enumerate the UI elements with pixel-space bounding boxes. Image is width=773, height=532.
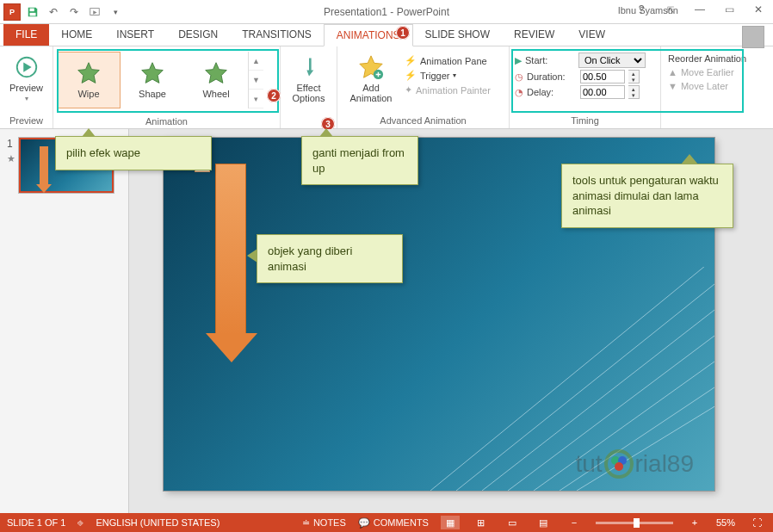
callout-text: tools untuk pengaturan waktu animasi dim…	[572, 174, 719, 217]
zoom-level[interactable]: 55%	[716, 517, 735, 528]
group-reorder: Reorder Animation ▲ Move Earlier ▼ Move …	[661, 46, 764, 128]
group-advanced-label: Advanced Animation	[337, 113, 509, 128]
group-preview-label: Preview	[0, 113, 53, 128]
gallery-up-button[interactable]: ▲	[249, 52, 263, 71]
duration-spinner[interactable]: ▴▾	[628, 70, 640, 84]
save-button[interactable]	[24, 3, 41, 21]
animation-painter-button[interactable]: ✦ Animation Painter	[401, 83, 494, 97]
animation-wipe[interactable]: Wipe	[57, 52, 121, 108]
spellcheck-button[interactable]: ⎆	[77, 517, 83, 528]
zoom-out-button[interactable]: −	[565, 516, 584, 529]
badge-2: 2	[267, 89, 281, 102]
up-arrow-icon: ▲	[668, 67, 677, 77]
delay-label: Delay:	[527, 87, 577, 97]
comments-label: COMMENTS	[374, 517, 429, 528]
animation-wheel[interactable]: Wheel	[184, 52, 248, 108]
normal-view-button[interactable]: ▦	[441, 516, 460, 529]
help-button[interactable]: ?	[627, 0, 656, 19]
animation-pane-button[interactable]: ⚡ Animation Pane	[401, 53, 494, 68]
play-icon: ▶	[515, 55, 522, 66]
trigger-label: Trigger	[420, 71, 449, 81]
dropdown-icon: ▾	[453, 71, 456, 79]
undo-button[interactable]: ↶	[45, 3, 62, 21]
comments-button[interactable]: 💬 COMMENTS	[358, 517, 429, 529]
quick-access-toolbar: P ↶ ↷ ▾	[0, 3, 127, 21]
slide-counter[interactable]: SLIDE 1 OF 1	[7, 517, 65, 528]
add-animation-icon	[357, 53, 385, 81]
tab-slideshow[interactable]: SLIDE SHOW	[413, 23, 502, 46]
thumbnail-pane[interactable]: 1 ★	[0, 129, 129, 513]
tab-home[interactable]: HOME	[49, 23, 104, 46]
svg-rect-0	[30, 8, 34, 11]
group-timing-label: Timing	[510, 113, 660, 128]
status-bar: SLIDE 1 OF 1 ⎆ ENGLISH (UNITED STATES) ≐…	[0, 513, 773, 532]
duration-input[interactable]	[580, 70, 625, 84]
group-timing: ▶ Start: On Click ◷ Duration: ▴▾ ◔ Delay…	[510, 46, 661, 128]
effect-options-icon	[295, 53, 323, 81]
clock-icon: ◷	[515, 71, 523, 83]
tab-design[interactable]: DESIGN	[166, 23, 230, 46]
star-icon	[140, 61, 164, 85]
animation-painter-label: Animation Painter	[416, 85, 491, 96]
move-earlier-label: Move Earlier	[681, 67, 734, 77]
slide-number: 1	[7, 138, 15, 150]
duration-label: Duration:	[527, 71, 577, 82]
tab-view[interactable]: VIEW	[566, 23, 617, 46]
reading-view-button[interactable]: ▭	[503, 516, 522, 529]
effect-options-button[interactable]: Effect Options	[284, 50, 333, 103]
move-later-button[interactable]: ▼ Move Later	[665, 79, 732, 93]
fit-to-window-button[interactable]: ⛶	[747, 516, 766, 529]
zoom-slider[interactable]	[596, 522, 673, 524]
add-animation-button[interactable]: Add Animation	[341, 50, 401, 103]
notes-button[interactable]: ≐ NOTES	[302, 517, 346, 529]
user-avatar[interactable]	[742, 26, 764, 48]
move-earlier-button[interactable]: ▲ Move Earlier	[665, 65, 738, 79]
sorter-view-button[interactable]: ⊞	[472, 516, 491, 529]
delay-spinner[interactable]: ▴▾	[628, 85, 640, 99]
redo-button[interactable]: ↷	[65, 3, 83, 21]
ribbon-options-button[interactable]: ⇱	[656, 0, 685, 19]
group-preview: Preview ▾ Preview	[0, 46, 53, 128]
start-select[interactable]: On Click	[578, 53, 646, 68]
close-button[interactable]: ✕	[744, 0, 773, 19]
qat-more-button[interactable]: ▾	[107, 3, 124, 21]
restore-button[interactable]: ▭	[714, 0, 744, 19]
tab-review[interactable]: REVIEW	[502, 23, 566, 46]
language-button[interactable]: ENGLISH (UNITED STATES)	[96, 517, 220, 528]
zoom-in-button[interactable]: +	[685, 516, 704, 529]
minimize-button[interactable]: —	[685, 0, 714, 19]
callout-4: tools untuk pengaturan waktu animasi dim…	[561, 164, 733, 228]
gallery-more-button[interactable]: ▾	[249, 90, 263, 108]
animation-label: Wipe	[77, 89, 99, 99]
callout-3: objek yang diberi animasi	[257, 234, 403, 283]
gallery-down-button[interactable]: ▼	[249, 71, 263, 90]
tab-transitions[interactable]: TRANSITIONS	[230, 23, 324, 46]
tab-insert[interactable]: INSERT	[104, 23, 166, 46]
trigger-icon: ⚡	[405, 70, 417, 81]
animation-label: Shape	[139, 89, 166, 99]
painter-icon: ✦	[405, 84, 412, 96]
animation-pane-label: Animation Pane	[420, 56, 487, 66]
powerpoint-icon: P	[3, 3, 21, 21]
arrow-shape-object[interactable]	[215, 164, 246, 336]
badge-1: 1	[396, 26, 410, 40]
window-controls: ? ⇱ — ▭ ✕	[627, 0, 773, 19]
dropdown-icon: ▾	[25, 95, 28, 102]
start-from-beginning-button[interactable]	[86, 3, 103, 21]
watermark: tut rial89	[575, 449, 694, 479]
animation-shape[interactable]: Shape	[121, 52, 184, 108]
reorder-header: Reorder Animation	[665, 52, 750, 65]
gallery-scroll: ▲ ▼ ▾	[248, 52, 263, 108]
group-animation: Wipe Shape Wheel ▲ ▼ ▾ Animation	[53, 46, 281, 128]
svg-point-14	[615, 462, 623, 471]
tab-file[interactable]: FILE	[3, 23, 49, 46]
trigger-button[interactable]: ⚡ Trigger ▾	[401, 68, 494, 83]
animation-gallery: Wipe Shape Wheel ▲ ▼ ▾	[57, 52, 263, 108]
effect-options-label: Effect Options	[293, 83, 325, 103]
slideshow-view-button[interactable]: ▤	[534, 516, 553, 529]
star-icon	[204, 61, 228, 85]
preview-button[interactable]: Preview ▾	[3, 50, 49, 102]
ribbon-tabs: FILE HOME INSERT DESIGN TRANSITIONS ANIM…	[0, 24, 773, 46]
delay-input[interactable]	[580, 85, 625, 99]
preview-label: Preview	[9, 83, 43, 93]
